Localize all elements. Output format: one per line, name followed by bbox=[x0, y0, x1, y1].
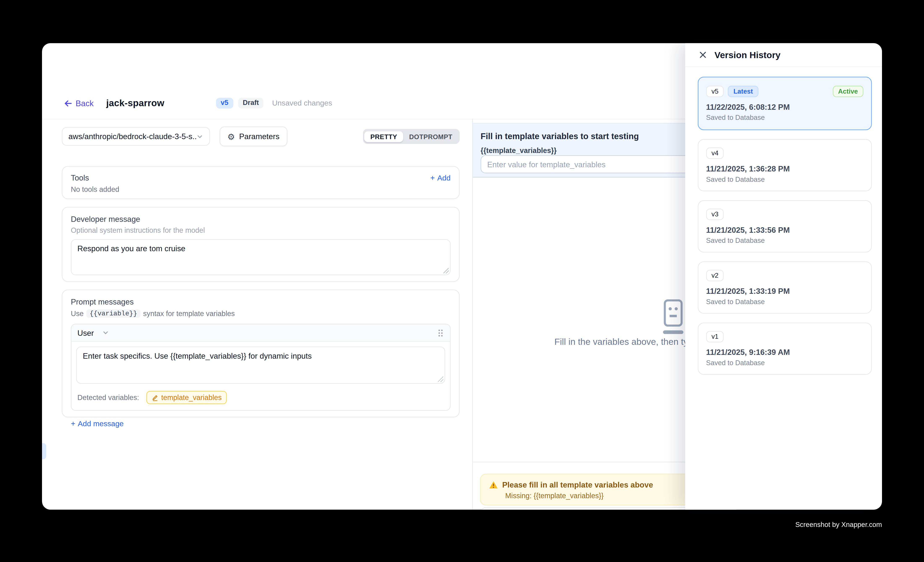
drag-handle-icon[interactable] bbox=[437, 328, 444, 337]
version-history-title: Version History bbox=[714, 50, 780, 60]
version-card[interactable]: v3 11/21/2025, 1:33:56 PM Saved to Datab… bbox=[698, 200, 872, 253]
version-timestamp: 11/22/2025, 6:08:12 PM bbox=[706, 103, 863, 112]
parameters-label: Parameters bbox=[239, 132, 279, 141]
toggle-dotprompt[interactable]: DOTPROMPT bbox=[403, 131, 458, 142]
page-header: Back jack-sparrow v5 Draft Unsaved chang… bbox=[64, 95, 332, 111]
latest-badge: Latest bbox=[728, 86, 758, 97]
plus-icon bbox=[71, 420, 75, 428]
plus-icon bbox=[430, 173, 435, 182]
resize-handle-icon[interactable] bbox=[438, 377, 444, 382]
tools-label: Tools bbox=[71, 173, 89, 182]
version-card[interactable]: v5 LatestActive 11/22/2025, 6:08:12 PM S… bbox=[698, 77, 872, 130]
draft-badge: Draft bbox=[238, 98, 264, 108]
message-role-select[interactable]: User bbox=[78, 328, 94, 337]
version-status: Saved to Database bbox=[706, 298, 863, 305]
bot-icon bbox=[662, 299, 684, 336]
chevron-down-icon[interactable] bbox=[102, 329, 110, 336]
variable-syntax-chip: {{variable}} bbox=[87, 309, 140, 318]
prompt-messages-label: Prompt messages bbox=[71, 297, 451, 306]
developer-message-input[interactable]: Respond as you are tom cruise bbox=[71, 239, 451, 275]
version-badge: v5 bbox=[216, 98, 233, 108]
back-button[interactable]: Back bbox=[64, 99, 94, 108]
format-toggle: PRETTY DOTPROMPT bbox=[363, 129, 460, 144]
back-arrow-icon bbox=[64, 99, 73, 108]
version-timestamp: 11/21/2025, 1:33:19 PM bbox=[706, 287, 863, 296]
version-status: Saved to Database bbox=[706, 237, 863, 244]
version-card[interactable]: v4 11/21/2025, 1:36:28 PM Saved to Datab… bbox=[698, 139, 872, 191]
toolbar: aws/anthropic/bedrock-claude-3-5-s... ⚙ … bbox=[62, 127, 459, 146]
detected-variable-name: template_variables bbox=[161, 393, 222, 402]
message-block: User Enter task specifics. Use {{templat… bbox=[71, 324, 451, 411]
developer-message-label: Developer message bbox=[71, 215, 451, 224]
warning-icon bbox=[489, 481, 498, 489]
version-history-header: Version History bbox=[685, 43, 882, 67]
warning-title: Please fill in all template variables ab… bbox=[502, 480, 653, 489]
version-card[interactable]: v1 11/21/2025, 9:16:39 AM Saved to Datab… bbox=[698, 323, 872, 375]
message-content-input[interactable]: Enter task specifics. Use {{template_var… bbox=[76, 347, 445, 384]
version-timestamp: 11/21/2025, 1:36:28 PM bbox=[706, 164, 863, 173]
detected-variables-label: Detected variables: bbox=[78, 393, 139, 402]
gear-icon: ⚙ bbox=[227, 132, 235, 140]
version-list: v5 LatestActive 11/22/2025, 6:08:12 PM S… bbox=[698, 77, 872, 375]
unsaved-changes-text: Unsaved changes bbox=[272, 99, 332, 107]
watermark-text: Screenshot by Xnapper.com bbox=[714, 521, 882, 528]
prompt-messages-card: Prompt messages Use {{variable}} syntax … bbox=[62, 290, 459, 417]
version-history-drawer: Version History v5 LatestActive 11/22/20… bbox=[685, 43, 882, 510]
developer-message-card: Developer message Optional system instru… bbox=[62, 207, 459, 282]
resize-handle-icon[interactable] bbox=[443, 268, 449, 274]
version-status: Saved to Database bbox=[706, 114, 863, 121]
model-select[interactable]: aws/anthropic/bedrock-claude-3-5-s... bbox=[62, 127, 210, 146]
template-variable-input[interactable] bbox=[481, 155, 704, 173]
version-number-badge: v5 bbox=[706, 86, 724, 97]
version-status: Saved to Database bbox=[706, 359, 863, 366]
page-title: jack-sparrow bbox=[106, 98, 164, 109]
stage: Back jack-sparrow v5 Draft Unsaved chang… bbox=[0, 0, 924, 562]
prompt-messages-hint: Use {{variable}} syntax for template var… bbox=[71, 309, 451, 318]
add-tool-label: Add bbox=[437, 173, 451, 182]
hint-suffix: syntax for template variables bbox=[143, 309, 235, 318]
tools-card: Tools Add No tools added bbox=[62, 166, 459, 199]
model-select-value: aws/anthropic/bedrock-claude-3-5-s... bbox=[69, 132, 196, 141]
tools-empty-text: No tools added bbox=[71, 185, 451, 194]
version-status: Saved to Database bbox=[706, 176, 863, 183]
version-timestamp: 11/21/2025, 1:33:56 PM bbox=[706, 226, 863, 235]
detected-variable-chip[interactable]: template_variables bbox=[146, 391, 227, 404]
toggle-pretty[interactable]: PRETTY bbox=[364, 131, 403, 142]
version-number-badge: v1 bbox=[706, 331, 724, 342]
version-timestamp: 11/21/2025, 9:16:39 AM bbox=[706, 348, 863, 357]
version-card[interactable]: v2 11/21/2025, 1:33:19 PM Saved to Datab… bbox=[698, 262, 872, 314]
hint-prefix: Use bbox=[71, 309, 84, 318]
left-edge-tab[interactable] bbox=[42, 443, 46, 459]
pencil-icon bbox=[152, 394, 158, 401]
chevron-down-icon bbox=[196, 133, 203, 140]
add-message-label: Add message bbox=[78, 420, 123, 428]
back-label: Back bbox=[76, 99, 94, 108]
parameters-button[interactable]: ⚙ Parameters bbox=[220, 127, 287, 146]
add-message-button[interactable]: Add message bbox=[71, 420, 124, 428]
close-icon[interactable] bbox=[698, 50, 707, 60]
developer-message-hint: Optional system instructions for the mod… bbox=[71, 226, 451, 235]
version-number-badge: v2 bbox=[706, 270, 724, 281]
version-number-badge: v4 bbox=[706, 148, 724, 159]
version-number-badge: v3 bbox=[706, 209, 724, 220]
empty-state-text: Fill in the variables above, then typ bbox=[554, 336, 693, 347]
active-badge: Active bbox=[832, 86, 863, 97]
add-tool-button[interactable]: Add bbox=[430, 173, 451, 182]
message-header: User bbox=[71, 324, 450, 342]
detected-variables-row: Detected variables: template_variables bbox=[71, 389, 450, 410]
